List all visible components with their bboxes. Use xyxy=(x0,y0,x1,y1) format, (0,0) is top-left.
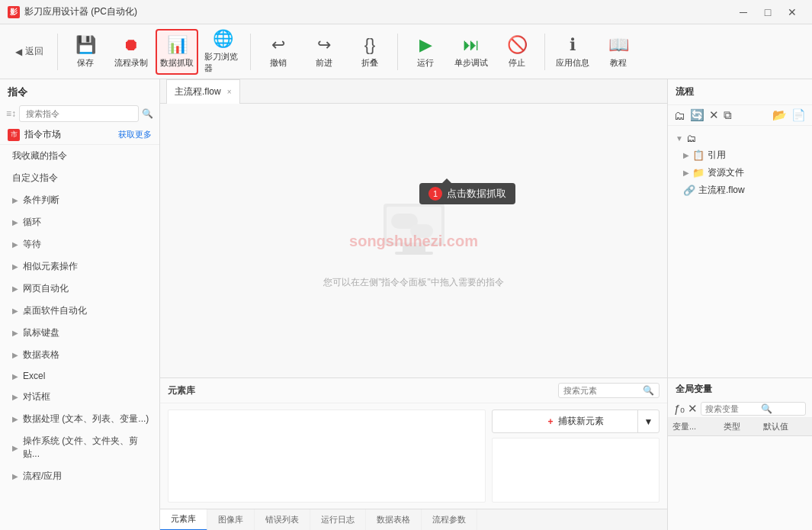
main-flow-tab[interactable]: 主流程.flow × xyxy=(166,79,240,104)
tab-element-lib-label: 元素库 xyxy=(171,513,196,525)
global-vars-header: 全局变量 xyxy=(668,378,812,400)
sidebar-item-mouse[interactable]: ▶ 鼠标键盘 xyxy=(0,322,159,344)
tab-run-log-label: 运行日志 xyxy=(321,514,355,525)
tree-res-label: 资源文件 xyxy=(708,166,744,179)
desktop-arrow: ▶ xyxy=(12,307,18,315)
back-button[interactable]: ◀ 返回 xyxy=(8,40,51,63)
sidebar-item-similar[interactable]: ▶ 相似元素操作 xyxy=(0,255,159,278)
maximize-button[interactable]: □ xyxy=(756,2,780,23)
market-label: 指令市场 xyxy=(24,128,114,141)
sidebar: 指令 ≡↕ 🔍 市 指令市场 获取更多 我收藏的指令 自定义指令 ▶ 条件判断 … xyxy=(0,79,160,530)
capture-button[interactable]: 📊 数据抓取 xyxy=(156,29,198,75)
tab-element-lib[interactable]: 元素库 xyxy=(160,509,207,531)
redo-button[interactable]: ↪ 前进 xyxy=(303,29,345,75)
flow-tree: ▼ 🗂 ▶ 📋 引用 ▶ 📁 资源文件 🔗 主流程.flow xyxy=(668,126,812,377)
dialog-label: 对话框 xyxy=(23,390,50,403)
debug-button[interactable]: ⏭ 单步调试 xyxy=(450,29,493,75)
sidebar-item-web[interactable]: ▶ 网页自动化 xyxy=(0,278,159,300)
svg-rect-2 xyxy=(403,246,425,252)
sidebar-item-favorites[interactable]: 我收藏的指令 xyxy=(0,145,159,167)
sidebar-item-excel[interactable]: ▶ Excel xyxy=(0,366,159,386)
browser-button[interactable]: 🌐 影刀浏览器 xyxy=(201,29,244,75)
folder-new-icon[interactable]: 📂 xyxy=(772,108,787,122)
flow-section-header: 流程 xyxy=(668,79,812,105)
fold-icon: {} xyxy=(364,35,376,55)
file-new-icon[interactable]: 📄 xyxy=(791,108,806,122)
vars-col-default: 默认值 xyxy=(759,418,812,436)
tab-close-icon[interactable]: × xyxy=(227,88,232,96)
condition-label: 条件判断 xyxy=(23,194,59,207)
sidebar-item-datatable[interactable]: ▶ 数据表格 xyxy=(0,344,159,366)
capture-dropdown-icon[interactable]: ▼ xyxy=(637,410,659,432)
copy-icon[interactable]: ⧉ xyxy=(724,108,732,122)
vars-delete-icon[interactable]: ✕ xyxy=(688,402,698,416)
run-label: 运行 xyxy=(417,57,434,69)
svg-rect-3 xyxy=(395,252,433,255)
tree-ref-label: 引用 xyxy=(708,149,726,162)
excel-label: Excel xyxy=(23,371,45,381)
refresh-icon[interactable]: 🔄 xyxy=(690,108,704,122)
desktop-label: 桌面软件自动化 xyxy=(23,304,87,317)
sidebar-item-desktop[interactable]: ▶ 桌面软件自动化 xyxy=(0,300,159,322)
vars-toolbar: ƒ₀ ✕ 🔍 xyxy=(668,400,812,418)
vars-col-name: 变量... xyxy=(668,418,719,436)
vars-search-input[interactable] xyxy=(705,404,759,413)
sidebar-market: 市 指令市场 获取更多 xyxy=(0,125,159,145)
loop-label: 循环 xyxy=(23,216,41,229)
sidebar-item-os[interactable]: ▶ 操作系统 (文件、文件夹、剪贴... xyxy=(0,430,159,465)
tree-ref[interactable]: ▶ 📋 引用 xyxy=(671,146,809,164)
element-search-input[interactable] xyxy=(563,386,640,395)
search-input[interactable] xyxy=(19,105,139,122)
minimize-button[interactable]: ─ xyxy=(731,2,756,23)
tab-error-list[interactable]: 错误列表 xyxy=(255,509,310,531)
flow-arrow: ▶ xyxy=(12,472,18,480)
delete-icon[interactable]: ✕ xyxy=(709,108,719,122)
close-button[interactable]: ✕ xyxy=(780,2,804,23)
wait-label: 等待 xyxy=(23,238,41,251)
tree-mainflow[interactable]: 🔗 主流程.flow xyxy=(671,181,809,199)
save-icon: 💾 xyxy=(75,35,96,55)
redo-label: 前进 xyxy=(316,57,332,69)
record-button[interactable]: ⏺ 流程录制 xyxy=(110,29,152,75)
tab-image-lib[interactable]: 图像库 xyxy=(207,509,255,531)
sidebar-item-loop[interactable]: ▶ 循环 xyxy=(0,211,159,233)
right-panel: 流程 🗂 🔄 ✕ ⧉ 📂 📄 ▼ 🗂 ▶ 📋 引用 ▶ 📁 资源文件 xyxy=(667,79,812,530)
sidebar-item-flow[interactable]: ▶ 流程/应用 xyxy=(0,465,159,487)
capture-new-button[interactable]: + 捕获新元素 ▼ xyxy=(492,410,660,433)
sidebar-item-custom[interactable]: 自定义指令 xyxy=(0,167,159,189)
sidebar-item-dataprocess[interactable]: ▶ 数据处理 (文本、列表、变量...) xyxy=(0,408,159,430)
sidebar-item-condition[interactable]: ▶ 条件判断 xyxy=(0,189,159,211)
tutorial-button[interactable]: 📖 教程 xyxy=(597,29,640,75)
market-btn[interactable]: 获取更多 xyxy=(118,129,152,140)
window-controls: ─ □ ✕ xyxy=(731,2,804,23)
sidebar-item-wait[interactable]: ▶ 等待 xyxy=(0,233,159,255)
tab-flow-params[interactable]: 流程参数 xyxy=(422,509,477,531)
stop-button[interactable]: 🚫 停止 xyxy=(496,29,538,75)
tree-root[interactable]: ▼ 🗂 xyxy=(671,130,809,146)
similar-arrow: ▶ xyxy=(12,262,18,271)
tab-run-log[interactable]: 运行日志 xyxy=(310,509,366,531)
element-lib-label: 元素库 xyxy=(168,384,195,397)
undo-button[interactable]: ↩ 撤销 xyxy=(257,29,300,75)
bottom-tabs: 元素库 图像库 错误列表 运行日志 数据表格 流程参数 xyxy=(160,509,667,530)
tutorial-label: 教程 xyxy=(610,57,627,69)
app-logo: 影 xyxy=(8,6,20,18)
app-info-button[interactable]: ℹ 应用信息 xyxy=(551,29,594,75)
datatable-label: 数据表格 xyxy=(23,349,59,361)
capture-preview-box xyxy=(492,438,660,503)
save-button[interactable]: 💾 保存 xyxy=(64,29,107,75)
tab-datatable[interactable]: 数据表格 xyxy=(366,509,422,531)
layers-icon[interactable]: 🗂 xyxy=(674,109,685,122)
step-badge: 1 xyxy=(428,187,442,201)
dataprocess-arrow: ▶ xyxy=(12,415,18,423)
element-search-container: 🔍 xyxy=(558,383,660,398)
run-icon: ▶ xyxy=(419,35,432,55)
mouse-arrow: ▶ xyxy=(12,329,18,337)
web-label: 网页自动化 xyxy=(23,282,69,295)
fold-button[interactable]: {} 折叠 xyxy=(348,29,391,75)
capture-label: 数据抓取 xyxy=(160,57,194,69)
run-button[interactable]: ▶ 运行 xyxy=(404,29,447,75)
sidebar-item-dialog[interactable]: ▶ 对话框 xyxy=(0,386,159,408)
tree-resources[interactable]: ▶ 📁 资源文件 xyxy=(671,164,809,181)
tree-main-label: 主流程.flow xyxy=(698,184,745,197)
